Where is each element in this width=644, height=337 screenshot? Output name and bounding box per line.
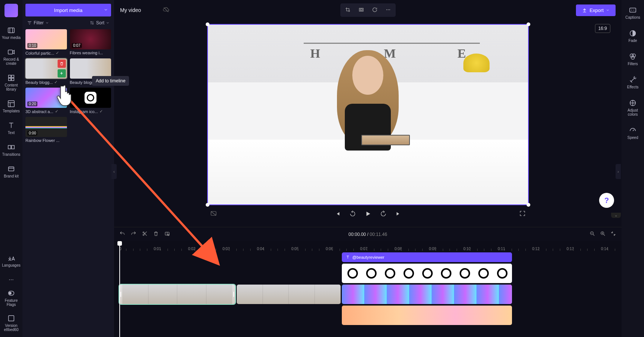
collapse-toggle[interactable]: ⌄: [611, 213, 621, 218]
media-item[interactable]: 0:00 Rainbow Flower ...: [25, 117, 67, 143]
media-label: 3D abstract a...: [25, 109, 53, 114]
project-title-input[interactable]: [120, 7, 157, 13]
media-item[interactable]: 0:20 3D abstract a...✓: [25, 88, 67, 114]
redo-button[interactable]: [131, 231, 137, 238]
prop-label: Speed: [628, 136, 638, 140]
fit-button[interactable]: [355, 5, 367, 15]
prop-label: Fade: [629, 39, 637, 43]
nav-transitions[interactable]: Transitions: [1, 141, 21, 159]
import-media-button[interactable]: Import media: [25, 4, 111, 16]
prev-frame-button[interactable]: [334, 210, 341, 218]
nav-text[interactable]: Text: [1, 119, 21, 137]
text-track[interactable]: @beautyreviewer: [119, 252, 616, 262]
resize-handle[interactable]: [206, 22, 209, 26]
split-button[interactable]: [164, 231, 170, 238]
forward-button[interactable]: [380, 210, 387, 218]
svg-rect-2: [9, 75, 11, 78]
video-preview[interactable]: HME: [207, 24, 529, 205]
prop-fade[interactable]: Fade: [623, 27, 643, 45]
total-time: 00:11.46: [370, 232, 387, 237]
prop-speed[interactable]: Speed: [623, 124, 643, 142]
chevron-down-icon: [106, 21, 110, 25]
collapse-media-panel[interactable]: ‹: [111, 164, 117, 179]
export-button[interactable]: Export: [576, 4, 616, 16]
timeline[interactable]: 00:010:020:030:040:050:060:070:080:090:1…: [114, 241, 622, 337]
media-item[interactable]: 0:10 Colorful partic...✓: [25, 29, 67, 55]
prop-filters[interactable]: Filters: [623, 50, 643, 68]
playhead[interactable]: [119, 241, 120, 337]
bg-track[interactable]: [119, 306, 616, 325]
sort-icon: [89, 20, 95, 25]
nav-label: Content library: [1, 83, 21, 91]
add-to-timeline-icon[interactable]: +: [58, 69, 66, 78]
left-nav-rail: Your media Record & create Content libra…: [0, 0, 22, 337]
ruler-tick: 0:11: [498, 247, 505, 251]
import-label: Import media: [54, 7, 83, 13]
zoom-out-button[interactable]: [589, 231, 595, 238]
prop-effects[interactable]: Effects: [623, 73, 643, 91]
text-clip[interactable]: @beautyreviewer: [342, 252, 512, 262]
help-button[interactable]: ?: [599, 193, 614, 208]
resize-handle[interactable]: [527, 203, 530, 207]
filter-button[interactable]: Filter: [27, 20, 49, 25]
overlay-track[interactable]: [119, 264, 616, 283]
preview-area: 16:9 HME: [114, 20, 622, 209]
collapse-props-panel[interactable]: ›: [616, 164, 621, 179]
nav-more[interactable]: ...: [1, 273, 21, 284]
main-area: Export 16:9 HME: [114, 0, 622, 337]
nav-brand-kit[interactable]: Brand kit: [1, 163, 21, 180]
svg-rect-6: [8, 101, 15, 107]
prop-adjust-colors[interactable]: Adjust colors: [623, 97, 643, 119]
time-ruler[interactable]: 00:010:020:030:040:050:060:070:080:090:1…: [119, 241, 616, 251]
delete-button[interactable]: [153, 231, 159, 238]
nav-record-create[interactable]: Record & create: [1, 46, 21, 68]
resize-handle[interactable]: [206, 203, 209, 207]
cut-button[interactable]: [142, 231, 148, 238]
prop-captions[interactable]: Captions: [623, 4, 643, 22]
nav-your-media[interactable]: Your media: [1, 24, 21, 42]
fullscreen-button[interactable]: [519, 210, 526, 218]
nav-feature-flags[interactable]: Feature Flags: [1, 287, 21, 309]
media-item[interactable]: Instagram ico...✓: [70, 88, 111, 114]
media-item[interactable]: + Beauty blogg...✓: [25, 58, 67, 85]
rewind-button[interactable]: [349, 210, 356, 218]
nav-templates[interactable]: Templates: [1, 97, 21, 115]
video-clip-selected[interactable]: [119, 285, 235, 304]
svg-rect-7: [8, 145, 11, 149]
icon-clip[interactable]: [342, 264, 512, 283]
media-thumbnail: 0:00: [25, 117, 67, 137]
crop-button[interactable]: [342, 5, 354, 15]
delete-media-icon[interactable]: [58, 60, 66, 68]
more-button[interactable]: [382, 5, 394, 15]
pip-button[interactable]: [210, 210, 217, 218]
svg-rect-9: [9, 167, 14, 171]
media-item[interactable]: 0:07 Fibres weaving i...: [70, 29, 111, 55]
svg-rect-8: [12, 145, 14, 149]
chevron-down-icon: [606, 8, 610, 12]
undo-button[interactable]: [119, 231, 125, 238]
top-bar: Export: [114, 0, 622, 20]
nav-languages[interactable]: Languages: [1, 252, 21, 270]
next-frame-button[interactable]: [395, 210, 402, 218]
media-label: Rainbow Flower ...: [25, 138, 59, 143]
nav-content-library[interactable]: Content library: [1, 72, 21, 94]
video-track[interactable]: [119, 285, 616, 304]
nav-label: Brand kit: [4, 174, 18, 178]
prop-label: Filters: [628, 62, 638, 66]
video-clip[interactable]: [237, 285, 341, 304]
resize-handle[interactable]: [527, 22, 530, 26]
media-label: Beauty blogg...: [25, 80, 53, 85]
abstract-clip[interactable]: [342, 285, 512, 304]
svg-rect-4: [9, 78, 11, 81]
fit-timeline-button[interactable]: [610, 231, 616, 238]
aspect-ratio-button[interactable]: 16:9: [595, 24, 610, 33]
zoom-in-button[interactable]: [600, 231, 606, 238]
nav-version[interactable]: Version e8bed60: [1, 312, 21, 334]
media-thumbnail: +: [25, 58, 67, 79]
clip-handle[interactable]: [232, 285, 235, 304]
rotate-button[interactable]: [369, 5, 381, 15]
bg-clip[interactable]: [342, 306, 512, 325]
sort-button[interactable]: Sort: [89, 20, 110, 25]
media-thumbnail: 0:07: [70, 29, 111, 49]
play-button[interactable]: [364, 210, 372, 219]
